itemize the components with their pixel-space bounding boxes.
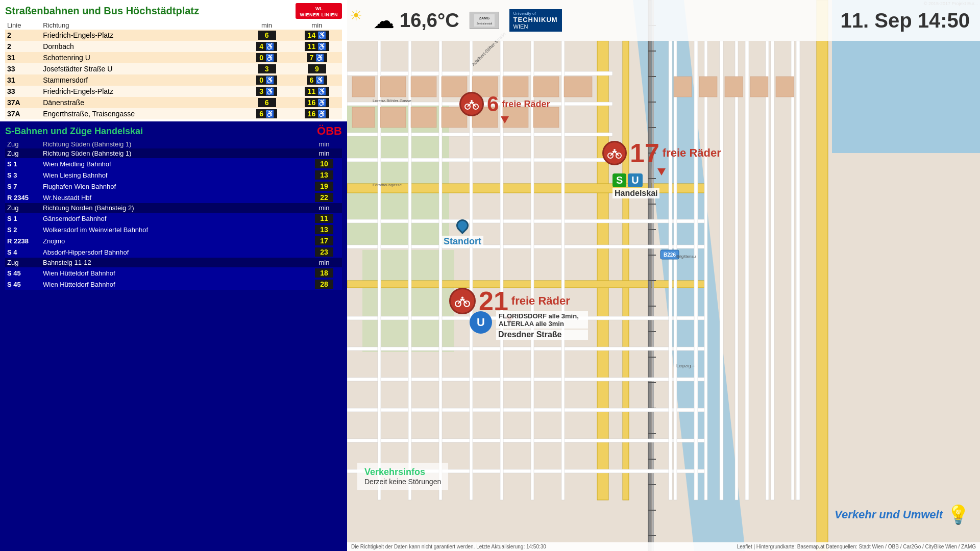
tram-row: 37ADänenstraße616 ♿ <box>5 97 342 108</box>
sbahn-row: S 1Gänserndorf Bahnhof11 <box>5 213 342 224</box>
pin-triangle-1 <box>501 116 509 123</box>
tram-dest: Engerthstraße, Traisengasse <box>41 108 241 119</box>
bottom-credit-right: Leaflet | Hintergrundkarte: Basemap.at D… <box>737 544 976 549</box>
sbahn-line: S 3 <box>5 169 41 181</box>
wl-label: WIENER LINIEN <box>300 12 338 17</box>
sbahn-dest: Wr.Neustadt Hbf <box>41 192 306 203</box>
tram-dest: Stammersdorf <box>41 74 241 86</box>
tram-time1: 6 ♿ <box>241 108 291 119</box>
svg-point-100 <box>471 100 473 102</box>
sbahn-time: 19 <box>306 181 342 192</box>
sbahn-header-zug: Zug <box>5 203 41 213</box>
sbahn-tbody: ZugRichtung Süden (Bahnsteig 1)minS 1Wie… <box>5 148 342 290</box>
sbahn-line: S 7 <box>5 181 41 192</box>
standort-marker: Standort <box>442 219 483 247</box>
tram-dest: Friedrich-Engels-Platz <box>41 30 241 41</box>
sbahn-header-min: min <box>306 203 342 213</box>
bike-label-1: freie Räder <box>502 99 550 110</box>
sbahn-time: 13 <box>306 169 342 181</box>
bike-label-3: freie Räder <box>511 294 570 308</box>
sbahn-line: S 1 <box>5 213 41 224</box>
sbahn-dest: Wien Hütteldorf Bahnhof <box>41 267 306 279</box>
obb-logo: ÖBB <box>317 124 342 138</box>
sbahn-section-header: ZugRichtung Norden (Bahnsteig 2)min <box>5 203 342 213</box>
sbahn-header-min: min <box>306 258 342 267</box>
bike-pin-1: 6 freie Räder <box>459 92 550 123</box>
svg-point-112 <box>461 296 463 298</box>
tram-line: 33 <box>5 86 41 97</box>
vuu-logo: Verkehr und Umwelt 💡 <box>835 504 970 525</box>
tram-line: 37A <box>5 97 41 108</box>
sbahn-row: R 2238Znojmo17 <box>5 235 342 246</box>
tram-row: 31Schottenring U0 ♿7 ♿ <box>5 52 342 63</box>
sbahn-col-richtung: Richtung Süden (Bahnsteig 1) <box>41 140 306 148</box>
su-badge: S U <box>612 173 643 187</box>
sbahn-line: S 4 <box>5 246 41 258</box>
sbahn-row: S 1Wien Meidling Bahnhof10 <box>5 158 342 169</box>
bike-pin-2: 17 freie Räder <box>602 138 721 176</box>
verkehr-title: Verkehrsinfos <box>364 467 441 478</box>
sbahn-dest: Wien Meidling Bahnhof <box>41 158 306 169</box>
tram-time2: 9 <box>292 63 342 74</box>
tram-row: 2Friedrich-Engels-Platz614 ♿ <box>5 30 342 41</box>
sbahn-header: S-Bahnen und Züge Handelskai ÖBB <box>5 124 342 138</box>
sbahn-header-richtung: Bahnsteig 11-12 <box>41 258 306 267</box>
tram-time1: 3 ♿ <box>241 86 291 97</box>
svg-text:Zentralanstalt: Zentralanstalt <box>476 22 492 25</box>
sbahn-dest: Wien Liesing Bahnhof <box>41 169 306 181</box>
u-badge: U <box>628 173 642 187</box>
sbahn-col-zug: Zug <box>5 140 41 148</box>
tram-dest: Josefstädter Straße U <box>41 63 241 74</box>
standort-label: Standort <box>442 236 483 247</box>
tram-dest: Dornbach <box>41 41 241 52</box>
sbahn-header-richtung: Richtung Süden (Bahnsteig 1) <box>41 148 306 158</box>
sbahn-time: 28 <box>306 279 342 290</box>
tram-col-min2: min <box>292 21 342 30</box>
sbahn-time: 17 <box>306 235 342 246</box>
handelskai-station: S U Handelskai <box>612 173 659 198</box>
tram-col-min1: min <box>241 21 291 30</box>
cloud-icon: ☁ <box>373 8 395 33</box>
tram-dest: Schottenring U <box>41 52 241 63</box>
bike-count-1: 6 <box>487 92 499 116</box>
fh-wien: WIEN <box>513 23 558 30</box>
tram-header: Straßenbahnen und Bus Höchstädtplatz WL … <box>5 3 342 19</box>
svg-text:ZAMG: ZAMG <box>479 16 489 20</box>
tram-line: 31 <box>5 52 41 63</box>
sbahn-title: S-Bahnen und Züge Handelskai <box>5 126 143 137</box>
tram-row: 33Friedrich-Engels-Platz3 ♿11 ♿ <box>5 86 342 97</box>
sbahn-time: 10 <box>306 158 342 169</box>
tram-row: 33Josefstädter Straße U39 <box>5 63 342 74</box>
sbahn-time: 22 <box>306 192 342 203</box>
sbahn-row: S 2Wolkersdorf im Weinviertel Bahnhof13 <box>5 224 342 235</box>
tram-row: 2Dornbach4 ♿11 ♿ <box>5 41 342 52</box>
tram-row: 37AEngerthstraße, Traisengasse6 ♿16 ♿ <box>5 108 342 119</box>
bike-icon-3 <box>449 288 476 314</box>
sbahn-col-min: min <box>306 140 342 148</box>
tram-section: Straßenbahnen und Bus Höchstädtplatz WL … <box>0 0 347 121</box>
tram-time2: 16 ♿ <box>292 108 342 119</box>
wiener-linien-logo: WL WIENER LINIEN <box>296 3 342 19</box>
verkehr-section: Verkehrsinfos Derzeit keine Störungen <box>357 463 448 490</box>
tram-time1: 0 ♿ <box>241 74 291 86</box>
weather-bar: ☀ ☁ 16,6°C ZAMG Zentralanstalt Universit… <box>347 0 980 41</box>
map-overlay: 6 freie Räder 17 frei <box>347 41 980 541</box>
bike-icon-2 <box>602 141 627 165</box>
sbahn-row: S 7Flughafen Wien Bahnhof19 <box>5 181 342 192</box>
sbahn-dest: Wien Hütteldorf Bahnhof <box>41 279 306 290</box>
sun-icon: ☀ <box>350 7 362 24</box>
tram-time1: 0 ♿ <box>241 52 291 63</box>
sbahn-line: S 1 <box>5 158 41 169</box>
tram-tbody: 2Friedrich-Engels-Platz614 ♿2Dornbach4 ♿… <box>5 30 342 119</box>
weather-icon-area: ☀ ☁ <box>357 8 395 33</box>
tram-col-richtung: Richtung <box>41 21 241 30</box>
tram-line: 2 <box>5 30 41 41</box>
bike-count-2: 17 <box>630 138 659 168</box>
verkehr-info: Derzeit keine Störungen <box>364 478 441 486</box>
sbahn-line: S 45 <box>5 267 41 279</box>
sbahn-row: S 3Wien Liesing Bahnhof13 <box>5 169 342 181</box>
tram-time1: 4 ♿ <box>241 41 291 52</box>
tram-time2: 16 ♿ <box>292 97 342 108</box>
tram-col-linie: Linie <box>5 21 41 30</box>
bike-icon-1 <box>459 92 484 116</box>
